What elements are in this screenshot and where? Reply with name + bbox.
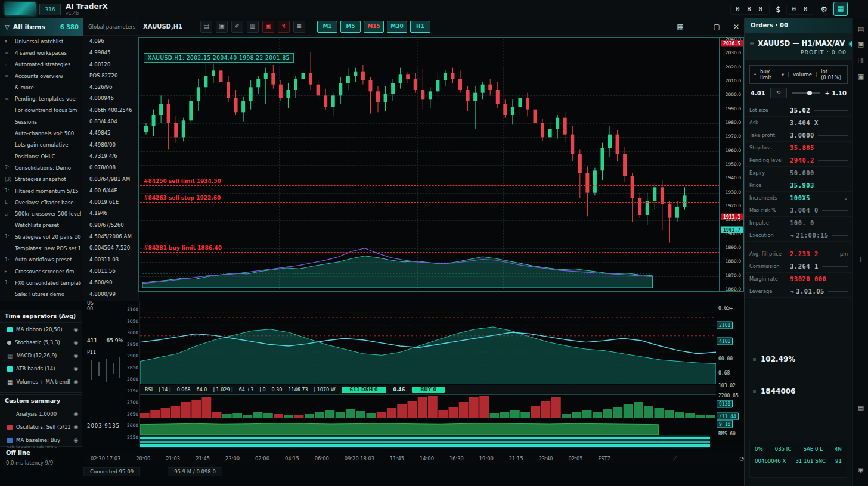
value-cell[interactable]: 4.8000/99 [83, 289, 138, 300]
field-value[interactable]: 100X5 [790, 194, 810, 201]
value-cell[interactable]: 4.00-6/44E [83, 185, 138, 197]
field-value[interactable]: 3.404 X [790, 119, 819, 126]
cursor-icon[interactable]: ✐ [231, 21, 243, 33]
indicator-list-item[interactable]: ▦MACD (12,26,9)◉ [0, 349, 82, 362]
volume-slider[interactable] [792, 92, 820, 94]
timeframe-button-m1[interactable]: M1 [317, 21, 337, 33]
sidebar-tree-item[interactable]: 1:Filtered momentum 5/15 [0, 185, 83, 197]
field-value[interactable]: 2.233 2 [790, 250, 819, 257]
sidebar-tree-item[interactable]: LOverlays: cTrader base [0, 197, 83, 208]
order-field-row[interactable]: Leverage◄3.01.05 [745, 285, 852, 298]
window-icon[interactable]: ▣ [858, 73, 864, 80]
indicator-list-item[interactable]: Stochastic (5,3,3)◉ [0, 336, 82, 349]
order-field-row[interactable]: Commission3.264 1 [745, 260, 852, 273]
value-cell[interactable]: 4.0019 61E [83, 197, 138, 208]
price-axis[interactable]: 2040.02030.02020.02010.02000.01990.01980… [719, 38, 743, 291]
order-field-row[interactable]: Expiry50.000 [745, 167, 852, 179]
sidebar-tree-item[interactable]: Templates: new POS set 1 D [0, 242, 83, 254]
order-field-row[interactable]: Stop loss35.885— [745, 142, 852, 154]
sidebar-tree-item[interactable]: (3)Strategies snapshot [0, 174, 83, 185]
strip-badge[interactable]: 0.46 [392, 387, 407, 393]
value-cell[interactable]: 0.90/67/5260 [83, 220, 138, 231]
strip-badge[interactable]: 611 DSH 0 [342, 387, 386, 393]
value-cell[interactable]: 4.1946 [83, 208, 138, 219]
close-icon[interactable]: ✕ [733, 23, 739, 31]
pending-order-line[interactable]: #84263 sell stop 1922.60 [140, 202, 720, 202]
sidebar-tree-item[interactable]: a500kr crossover 500 levels [0, 208, 83, 219]
indicator-plot[interactable]: RSI| 14 |0.06864.0| 1.029 |64 +3| 00.301… [140, 301, 716, 445]
field-value[interactable]: 3.004 0 [790, 207, 819, 214]
cursor-icon[interactable]: I [860, 256, 861, 264]
sidebar-header[interactable]: ▽ All items 6 380 [0, 18, 83, 36]
layers-icon[interactable]: ▣ [858, 40, 864, 48]
reset-button[interactable]: ⟲ [770, 88, 787, 98]
sidebar-tree-item[interactable]: ≡Accounts overview [0, 70, 83, 82]
field-value[interactable]: 3.01.05 [796, 288, 824, 295]
alert-red-icon[interactable]: ▣ [262, 21, 274, 33]
eye-icon[interactable]: ◉ [73, 424, 78, 430]
minimize-icon[interactable]: – [697, 23, 700, 31]
sidebar-tree-item[interactable]: Watchlists preset [0, 220, 83, 231]
field-value[interactable]: 3.0000 [790, 132, 814, 139]
value-cell[interactable]: 4.600/90 [83, 277, 138, 288]
clock-icon[interactable]: ◔ [739, 456, 744, 462]
play-circle-icon[interactable]: ◉ [858, 466, 864, 473]
order-field-row[interactable]: Take profit3.0000 [745, 129, 852, 142]
value-cell[interactable]: 4.000946 [83, 93, 138, 104]
order-field-row[interactable]: Avg. fill price2.233 2µm [745, 248, 852, 260]
order-symbol[interactable]: XAUUSD — H1/MAX/AV [758, 39, 845, 48]
order-type-select[interactable]: • buy limit ▾ | volume | lot (0.01%) [749, 65, 848, 84]
eye-icon[interactable]: ◉ [73, 353, 78, 359]
field-value[interactable]: 35.02 [790, 107, 810, 114]
value-cell[interactable]: POS 82720 [83, 70, 138, 82]
order-field-row[interactable]: Margin rate93020 000 [745, 273, 852, 285]
eye-icon[interactable]: ◉ [73, 437, 78, 443]
value-cell[interactable]: 4.06th 400.2546 [83, 105, 138, 116]
field-value[interactable]: 2940.2 [790, 157, 814, 164]
eye-icon[interactable]: ◉ [73, 411, 78, 417]
eye-icon[interactable]: ◉ [73, 366, 78, 372]
value-cell[interactable]: 0.03/64/981 AM [83, 174, 138, 185]
timeframe-button-m30[interactable]: M30 [387, 21, 407, 33]
sidebar-tree-item[interactable]: Sessions [0, 116, 83, 127]
currency-icon[interactable]: $ [776, 5, 780, 14]
order-field-row[interactable]: Execution◄21:00:15 [745, 229, 852, 242]
sidebar-tree-item[interactable]: ≡Pending: templates vue [0, 93, 83, 104]
order-field-row[interactable]: Lot size35.02 [745, 104, 852, 117]
eye-icon[interactable]: ◉ [73, 339, 78, 345]
sidebar-tree-item[interactable]: Auto-channels vol: 500 [0, 127, 83, 139]
field-value[interactable]: 100. 0 [790, 219, 814, 226]
timeframe-button-m5[interactable]: M5 [340, 21, 361, 33]
chart-plot-area[interactable]: #84250 sell limit 1934.50#84263 sell sto… [140, 39, 720, 289]
layers-icon[interactable]: ▤ [200, 21, 212, 33]
value-cell[interactable]: 4.5045/2006 AM [83, 231, 138, 242]
main-chart[interactable]: #84250 sell limit 1934.50#84263 sell sto… [138, 37, 744, 292]
sidebar-tree-item[interactable]: For downtrend focus 5m [0, 105, 83, 116]
sidebar-tree-item[interactable]: 1·Auto workflows preset [0, 254, 83, 266]
order-field-row[interactable]: Max risk %3.004 0 [745, 204, 852, 217]
chart-symbol-label[interactable]: XAUUSD,H1 [143, 23, 182, 30]
field-value[interactable]: 93020 000 [790, 275, 826, 282]
grid-layout-icon[interactable]: ▦ [677, 23, 683, 31]
order-field-row[interactable]: Price35.903 [745, 179, 852, 192]
order-panel-header[interactable]: Orders · 00 [745, 18, 852, 33]
order-field-row[interactable]: Impulse100. 0 [745, 217, 852, 229]
book-icon[interactable]: ▤ [858, 25, 864, 33]
panel-icon[interactable]: ▣ [216, 21, 228, 33]
value-cell[interactable]: 4.00311.03 [83, 254, 138, 266]
indicator-list-item[interactable]: MA ribbon (20,50)◉ [0, 323, 82, 336]
pending-order-line[interactable]: #84281 buy limit 1886.40 [140, 252, 720, 253]
time-axis[interactable]: 02:30 17.0320:0021:0321:4523:0002:0004:1… [83, 454, 744, 463]
candle-red-icon[interactable]: ↯ [278, 21, 290, 33]
list-icon[interactable]: ≣ [293, 21, 305, 33]
notification-counters[interactable]: 0 8 0 [730, 4, 770, 15]
strip-badge[interactable]: BUY 0 [412, 387, 445, 393]
value-cell[interactable]: 0.004564 7.520 [83, 242, 138, 254]
sidebar-tree-item[interactable]: Lots gain cumulative [0, 139, 83, 151]
field-value[interactable]: 3.264 1 [790, 263, 819, 270]
pending-order-line[interactable]: #84250 sell limit 1934.50 [140, 185, 720, 186]
indicator-subwindow[interactable]: 3100305030002950290028502800275027002650… [126, 301, 744, 445]
order-field-row[interactable]: Pending level2940.2 [745, 154, 852, 167]
slider-knob[interactable] [807, 91, 812, 95]
timeframe-button-h1[interactable]: H1 [410, 21, 430, 33]
